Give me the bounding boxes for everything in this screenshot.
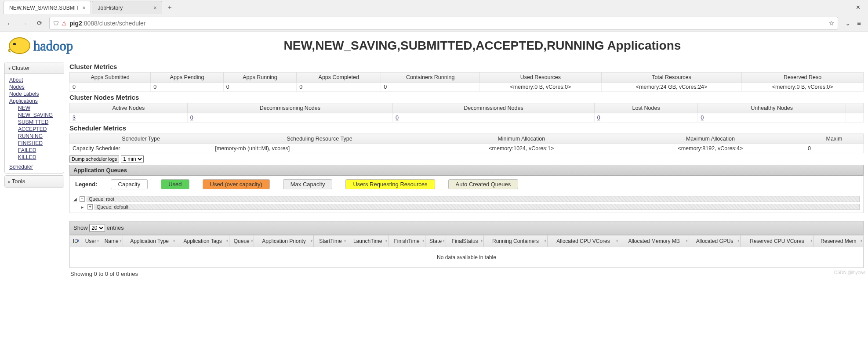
col-max-cluster: Maxim (805, 134, 863, 144)
sort-icon: ♦ (173, 239, 175, 242)
sidebar-header-cluster[interactable]: Cluster (5, 62, 64, 74)
sidebar-link-applications[interactable]: Applications (9, 98, 59, 105)
sort-icon: ♦ (443, 239, 445, 242)
apps-col-header[interactable]: FinishTime♦ (388, 235, 425, 247)
legend-row: Legend: Capacity Used Used (over capacit… (69, 176, 864, 193)
cell: 0 (381, 83, 480, 92)
menu-icon[interactable]: ≡ (857, 19, 861, 27)
close-icon[interactable]: × (153, 5, 156, 11)
col-active-nodes: Active Nodes (70, 103, 188, 113)
apps-col-header[interactable]: ID▼ (70, 235, 81, 247)
sidebar-link-finished[interactable]: FINISHED (18, 140, 59, 147)
hadoop-logo: hadoop (4, 34, 110, 58)
apps-col-header[interactable]: Reserved CPU VCores♦ (741, 235, 814, 247)
svg-point-1 (13, 43, 16, 45)
watermark: CSDN @lhyzws (834, 270, 865, 275)
apps-col-header[interactable]: Queue♦ (229, 235, 254, 247)
col-extra (846, 103, 863, 113)
sidebar-link-node-labels[interactable]: Node Labels (9, 90, 59, 98)
col-scheduling-resource-type: Scheduling Resource Type (212, 134, 427, 144)
col-apps-pending: Apps Pending (151, 72, 223, 83)
apps-col-header[interactable]: Reserved Mem♦ (814, 235, 864, 247)
apps-col-header[interactable]: Application Priority♦ (254, 235, 314, 247)
cell: 0 (297, 83, 381, 92)
cell: Capacity Scheduler (70, 144, 212, 153)
pocket-icon[interactable]: ⌄ (845, 19, 851, 27)
section-nodes-metrics: Cluster Nodes Metrics (69, 94, 864, 101)
apps-col-header[interactable]: Running Containers♦ (484, 235, 547, 247)
browser-tab[interactable]: JobHistory × (92, 1, 162, 14)
apps-col-header[interactable]: LaunchTime♦ (347, 235, 389, 247)
apps-col-header[interactable]: Application Type♦ (123, 235, 176, 247)
col-used-resources: Used Resources (480, 72, 602, 83)
bookmark-icon[interactable]: ☆ (828, 19, 834, 27)
tab-title: JobHistory (98, 5, 123, 11)
close-icon[interactable]: × (82, 5, 85, 11)
sort-icon: ♦ (544, 239, 546, 242)
queue-default-label: Queue: default (97, 204, 128, 210)
sidebar-link-about[interactable]: About (9, 76, 59, 83)
sort-icon: ♦ (422, 239, 425, 242)
dump-scheduler-logs-button[interactable]: Dump scheduler logs (69, 155, 119, 163)
caret-down-icon[interactable]: ◢ (73, 197, 78, 202)
entries-select[interactable]: 20 (89, 224, 105, 232)
lost-nodes-link[interactable]: 0 (597, 115, 600, 121)
sidebar-link-nodes[interactable]: Nodes (9, 83, 59, 90)
sort-icon: ▼ (76, 239, 80, 242)
sort-icon: ♦ (860, 239, 862, 242)
sidebar-link-new-saving[interactable]: NEW_SAVING (18, 112, 59, 119)
decommissioned-nodes-link[interactable]: 0 (396, 115, 399, 121)
shield-icon: 🛡 (53, 20, 59, 27)
apps-col-header[interactable]: FinalStatus♦ (446, 235, 484, 247)
cell: 0 (805, 144, 863, 153)
forward-button: → (19, 20, 30, 27)
new-tab-button[interactable]: + (163, 4, 176, 11)
no-data-cell: No data available in table (70, 247, 864, 268)
svg-text:hadoop: hadoop (33, 39, 73, 54)
active-nodes-link[interactable]: 3 (73, 115, 76, 121)
apps-col-header[interactable]: Allocated CPU VCores♦ (547, 235, 619, 247)
sidebar-link-new[interactable]: NEW (18, 105, 59, 112)
queue-default-bar[interactable]: Queue: default (94, 204, 860, 210)
caret-right-icon[interactable]: ▸ (81, 205, 86, 210)
decommissioning-nodes-link[interactable]: 0 (190, 115, 193, 121)
dump-duration-select[interactable]: 1 min (121, 155, 144, 163)
col-min-allocation: Minimum Allocation (427, 134, 616, 144)
apps-col-header[interactable]: StartTime♦ (314, 235, 347, 247)
sort-icon: ♦ (737, 239, 740, 242)
sort-icon: ♦ (385, 239, 387, 242)
sidebar-link-accepted[interactable]: ACCEPTED (18, 126, 59, 133)
apps-col-header[interactable]: Name♦ (100, 235, 123, 247)
sidebar-link-killed[interactable]: KILLED (18, 154, 59, 161)
nodes-metrics-table: Active Nodes Decommissioning Nodes Decom… (69, 103, 864, 123)
browser-tab-active[interactable]: NEW,NEW_SAVING,SUBMIT × (4, 1, 91, 14)
collapse-icon[interactable]: − (80, 196, 85, 202)
sort-icon: ♦ (810, 239, 813, 242)
cluster-metrics-table: Apps Submitted Apps Pending Apps Running… (69, 72, 864, 92)
sidebar-link-scheduler[interactable]: Scheduler (9, 163, 59, 170)
reload-button[interactable]: ⟳ (34, 19, 45, 27)
window-close-icon[interactable]: × (852, 4, 864, 11)
legend-auto-created: Auto Created Queues (448, 179, 519, 189)
sidebar-header-tools[interactable]: Tools (5, 176, 64, 187)
sidebar-link-running[interactable]: RUNNING (18, 133, 59, 140)
page-title: NEW,NEW_SAVING,SUBMITTED,ACCEPTED,RUNNIN… (110, 39, 864, 53)
apps-col-header[interactable]: State♦ (425, 235, 446, 247)
unhealthy-nodes-link[interactable]: 0 (701, 115, 704, 121)
apps-col-header[interactable]: Application Tags♦ (176, 235, 229, 247)
expand-icon[interactable]: + (87, 204, 93, 210)
entries-bar: Show 20 entries (69, 221, 864, 235)
back-button[interactable]: ← (4, 20, 15, 27)
cell: <memory:1024, vCores:1> (427, 144, 616, 153)
sort-icon: ♦ (311, 239, 313, 242)
queue-root-bar[interactable]: Queue: root (87, 196, 860, 202)
queue-tree: ◢ − Queue: root ▸ + Queue: default (69, 193, 864, 213)
apps-col-header[interactable]: User♦ (81, 235, 100, 247)
sort-icon: ♦ (344, 239, 346, 242)
sort-icon: ♦ (251, 239, 253, 242)
apps-col-header[interactable]: Allocated GPUs♦ (689, 235, 741, 247)
sidebar-link-failed[interactable]: FAILED (18, 147, 59, 154)
url-bar[interactable]: 🛡 ⚠ pig2:8088/cluster/scheduler ☆ (49, 17, 838, 30)
sidebar-link-submitted[interactable]: SUBMITTED (18, 119, 59, 126)
apps-col-header[interactable]: Allocated Memory MB♦ (619, 235, 689, 247)
